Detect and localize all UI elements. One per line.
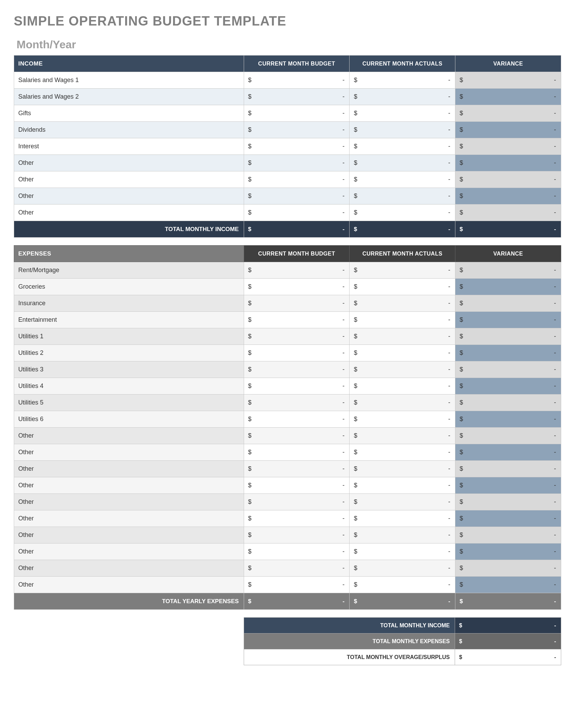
row-budget[interactable]: $- xyxy=(244,577,350,593)
row-label[interactable]: Dividends xyxy=(14,122,244,138)
row-budget[interactable]: $- xyxy=(244,72,350,89)
row-budget[interactable]: $- xyxy=(244,461,350,477)
row-budget[interactable]: $- xyxy=(244,312,350,328)
row-variance: $- xyxy=(455,345,561,361)
row-budget[interactable]: $- xyxy=(244,262,350,279)
row-budget[interactable]: $- xyxy=(244,477,350,494)
row-actuals[interactable]: $- xyxy=(350,279,455,295)
row-actuals[interactable]: $- xyxy=(350,122,455,138)
row-label[interactable]: Insurance xyxy=(14,295,244,312)
row-variance: $- xyxy=(455,510,561,527)
row-budget[interactable]: $- xyxy=(244,105,350,122)
row-label[interactable]: Interest xyxy=(14,138,244,155)
row-label[interactable]: Other xyxy=(14,560,244,577)
row-label[interactable]: Utilities 2 xyxy=(14,345,244,361)
row-label[interactable]: Other xyxy=(14,477,244,494)
table-row: Other$-$-$- xyxy=(14,577,561,593)
row-label[interactable]: Utilities 5 xyxy=(14,395,244,411)
row-budget[interactable]: $- xyxy=(244,361,350,378)
row-budget[interactable]: $- xyxy=(244,494,350,510)
row-actuals[interactable]: $- xyxy=(350,205,455,221)
row-actuals[interactable]: $- xyxy=(350,138,455,155)
row-actuals[interactable]: $- xyxy=(350,461,455,477)
row-budget[interactable]: $- xyxy=(244,378,350,395)
table-row: Other$-$-$- xyxy=(14,560,561,577)
row-budget[interactable]: $- xyxy=(244,428,350,444)
row-budget[interactable]: $- xyxy=(244,279,350,295)
table-row: Other$-$-$- xyxy=(14,527,561,543)
row-label[interactable]: Other xyxy=(14,494,244,510)
row-actuals[interactable]: $- xyxy=(350,295,455,312)
row-actuals[interactable]: $- xyxy=(350,262,455,279)
row-label[interactable]: Utilities 1 xyxy=(14,328,244,345)
row-label[interactable]: Utilities 4 xyxy=(14,378,244,395)
row-label[interactable]: Other xyxy=(14,428,244,444)
row-actuals[interactable]: $- xyxy=(350,378,455,395)
row-budget[interactable]: $- xyxy=(244,345,350,361)
row-actuals[interactable]: $- xyxy=(350,395,455,411)
row-label[interactable]: Other xyxy=(14,527,244,543)
row-label[interactable]: Other xyxy=(14,577,244,593)
row-actuals[interactable]: $- xyxy=(350,444,455,461)
row-budget[interactable]: $- xyxy=(244,395,350,411)
table-row: Utilities 2$-$-$- xyxy=(14,345,561,361)
row-actuals[interactable]: $- xyxy=(350,510,455,527)
row-budget[interactable]: $- xyxy=(244,560,350,577)
summary-income-value: $- xyxy=(455,618,561,634)
row-actuals[interactable]: $- xyxy=(350,577,455,593)
row-label[interactable]: Other xyxy=(14,188,244,205)
row-budget[interactable]: $- xyxy=(244,89,350,105)
row-budget[interactable]: $- xyxy=(244,138,350,155)
row-actuals[interactable]: $- xyxy=(350,328,455,345)
row-label[interactable]: Other xyxy=(14,205,244,221)
row-budget[interactable]: $- xyxy=(244,122,350,138)
row-actuals[interactable]: $- xyxy=(350,560,455,577)
row-actuals[interactable]: $- xyxy=(350,411,455,428)
row-label[interactable]: Other xyxy=(14,155,244,171)
row-actuals[interactable]: $- xyxy=(350,312,455,328)
row-budget[interactable]: $- xyxy=(244,155,350,171)
row-budget[interactable]: $- xyxy=(244,543,350,560)
row-actuals[interactable]: $- xyxy=(350,543,455,560)
row-budget[interactable]: $- xyxy=(244,188,350,205)
row-label[interactable]: Other xyxy=(14,461,244,477)
row-label[interactable]: Other xyxy=(14,171,244,188)
row-budget[interactable]: $- xyxy=(244,295,350,312)
table-row: Gifts$-$-$- xyxy=(14,105,561,122)
row-label[interactable]: Entertainment xyxy=(14,312,244,328)
row-actuals[interactable]: $- xyxy=(350,105,455,122)
row-label[interactable]: Groceries xyxy=(14,279,244,295)
row-label[interactable]: Other xyxy=(14,444,244,461)
row-actuals[interactable]: $- xyxy=(350,188,455,205)
row-label[interactable]: Salaries and Wages 1 xyxy=(14,72,244,89)
row-label[interactable]: Utilities 6 xyxy=(14,411,244,428)
row-actuals[interactable]: $- xyxy=(350,89,455,105)
row-budget[interactable]: $- xyxy=(244,328,350,345)
row-budget[interactable]: $- xyxy=(244,444,350,461)
col-variance: VARIANCE xyxy=(455,246,561,262)
row-actuals[interactable]: $- xyxy=(350,155,455,171)
table-row: Utilities 3$-$-$- xyxy=(14,361,561,378)
row-actuals[interactable]: $- xyxy=(350,494,455,510)
row-actuals[interactable]: $- xyxy=(350,361,455,378)
row-actuals[interactable]: $- xyxy=(350,345,455,361)
row-variance: $- xyxy=(455,477,561,494)
row-actuals[interactable]: $- xyxy=(350,477,455,494)
expenses-table: EXPENSES CURRENT MONTH BUDGET CURRENT MO… xyxy=(14,245,561,610)
row-budget[interactable]: $- xyxy=(244,411,350,428)
table-row: Groceries$-$-$- xyxy=(14,279,561,295)
row-actuals[interactable]: $- xyxy=(350,72,455,89)
row-actuals[interactable]: $- xyxy=(350,428,455,444)
row-actuals[interactable]: $- xyxy=(350,171,455,188)
row-budget[interactable]: $- xyxy=(244,205,350,221)
row-actuals[interactable]: $- xyxy=(350,527,455,543)
row-label[interactable]: Other xyxy=(14,543,244,560)
row-label[interactable]: Utilities 3 xyxy=(14,361,244,378)
row-budget[interactable]: $- xyxy=(244,171,350,188)
row-budget[interactable]: $- xyxy=(244,510,350,527)
row-label[interactable]: Gifts xyxy=(14,105,244,122)
row-label[interactable]: Other xyxy=(14,510,244,527)
row-label[interactable]: Salaries and Wages 2 xyxy=(14,89,244,105)
row-budget[interactable]: $- xyxy=(244,527,350,543)
row-label[interactable]: Rent/Mortgage xyxy=(14,262,244,279)
